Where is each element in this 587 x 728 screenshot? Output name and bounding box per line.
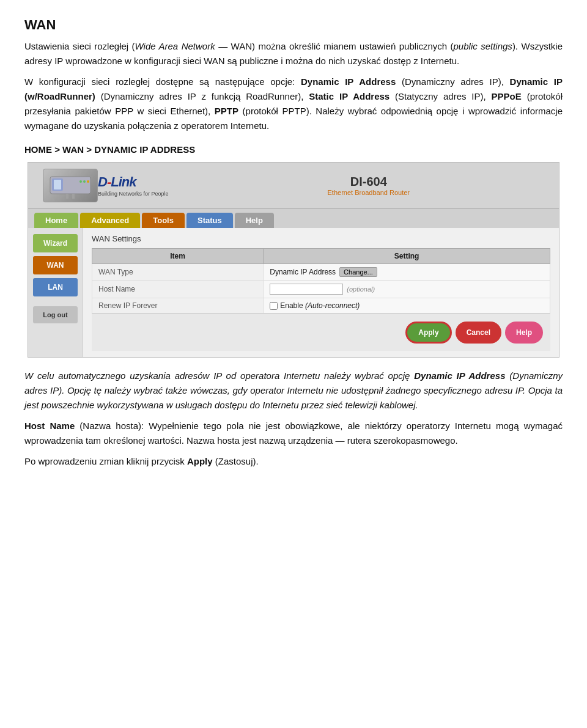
- sidebar-btn-wan[interactable]: WAN: [33, 256, 78, 274]
- row-wan-type-label: WAN Type: [92, 264, 264, 281]
- dlink-logo: D-Link Building Networks for People: [98, 174, 169, 197]
- router-footer: Apply Cancel Help: [92, 314, 550, 351]
- cancel-button[interactable]: Cancel: [456, 322, 501, 344]
- wan-settings-title: WAN Settings: [92, 234, 550, 243]
- help-button[interactable]: Help: [505, 322, 543, 344]
- table-row: WAN Type Dynamic IP Address Change...: [92, 264, 550, 281]
- renew-label: Enable (Auto-reconnect): [280, 301, 360, 310]
- tab-advanced[interactable]: Advanced: [80, 213, 140, 228]
- col-item: Item: [92, 249, 264, 264]
- router-model: DI-604: [187, 175, 550, 189]
- sidebar-btn-lan[interactable]: LAN: [33, 278, 78, 296]
- row-hostname-value: (optional): [264, 281, 550, 298]
- sidebar-btn-logout[interactable]: Log out: [33, 306, 78, 323]
- tab-status[interactable]: Status: [186, 213, 233, 228]
- change-button[interactable]: Change...: [339, 267, 377, 277]
- sidebar-btn-wizard[interactable]: Wizard: [33, 234, 78, 252]
- router-ui-screenshot: D-Link Building Networks for People DI-6…: [28, 162, 559, 358]
- svg-rect-6: [66, 194, 68, 199]
- router-header: D-Link Building Networks for People DI-6…: [28, 163, 559, 209]
- svg-point-3: [79, 180, 82, 183]
- settings-table: Item Setting WAN Type Dynamic IP Address…: [92, 248, 550, 314]
- row-wan-type-value: Dynamic IP Address Change...: [264, 264, 550, 281]
- optional-text: (optional): [347, 285, 375, 293]
- tab-tools[interactable]: Tools: [142, 213, 185, 228]
- nav-path: HOME > WAN > DYNAMIC IP ADDRESS: [24, 144, 563, 155]
- router-model-area: DI-604 Ethernet Broadband Router: [187, 175, 550, 196]
- body-paragraph-dynamic-ip: W celu automatycznego uzyskania adresów …: [24, 369, 563, 413]
- renew-checkbox[interactable]: [270, 302, 278, 310]
- row-renew-label: Renew IP Forever: [92, 298, 264, 314]
- svg-rect-2: [54, 180, 61, 189]
- row-renew-value: Enable (Auto-reconnect): [264, 298, 550, 314]
- router-device-image: [43, 169, 98, 202]
- svg-point-4: [83, 180, 86, 183]
- wan-type-text: Dynamic IP Address: [270, 268, 336, 276]
- router-content: WAN Settings Item Setting WAN Type Dynam…: [83, 228, 559, 357]
- host-name-input[interactable]: [270, 284, 343, 295]
- dlink-logo-text: D-Link: [98, 174, 169, 190]
- apply-button[interactable]: Apply: [405, 322, 451, 344]
- body-paragraph-apply: Po wprowadzeniu zmian kliknij przycisk A…: [24, 454, 563, 469]
- body-paragraph-hostname: Host Name (Nazwa hosta): Wypełnienie teg…: [24, 419, 563, 448]
- intro-paragraph-2: W konfiguracji sieci rozległej dostępne …: [24, 75, 563, 133]
- intro-paragraph-1: Ustawienia sieci rozległej (Wide Area Ne…: [24, 39, 563, 68]
- svg-point-5: [87, 180, 89, 183]
- page-title: WAN: [24, 17, 563, 33]
- col-setting: Setting: [264, 249, 550, 264]
- row-hostname-label: Host Name: [92, 281, 264, 298]
- svg-rect-7: [72, 194, 75, 199]
- tab-help[interactable]: Help: [235, 213, 274, 228]
- table-row: Host Name (optional): [92, 281, 550, 298]
- dlink-tagline: Building Networks for People: [98, 191, 169, 197]
- router-nav-tabs: Home Advanced Tools Status Help: [28, 209, 559, 228]
- router-main: Wizard WAN LAN Log out WAN Settings Item…: [28, 228, 559, 357]
- router-desc: Ethernet Broadband Router: [187, 189, 550, 196]
- router-sidebar: Wizard WAN LAN Log out: [28, 228, 83, 357]
- table-row: Renew IP Forever Enable (Auto-reconnect): [92, 298, 550, 314]
- tab-home[interactable]: Home: [34, 213, 78, 228]
